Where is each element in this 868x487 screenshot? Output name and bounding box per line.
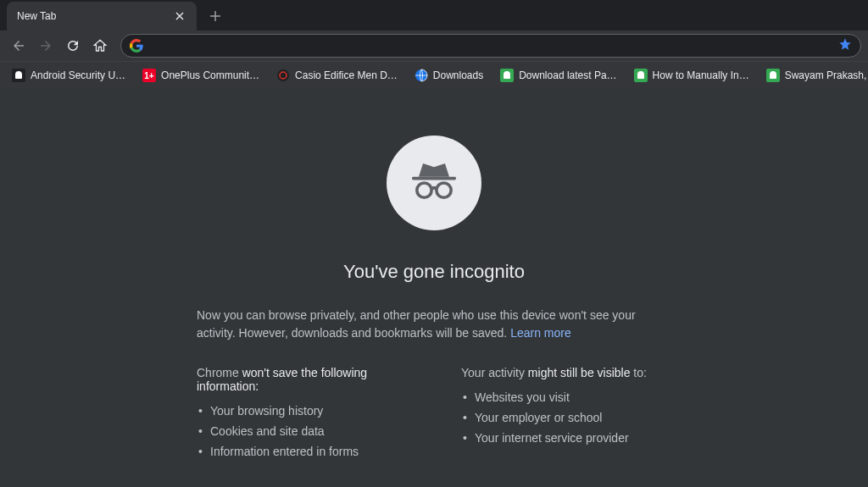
- bookmark-star-icon[interactable]: [838, 37, 852, 54]
- svg-point-12: [437, 183, 451, 197]
- bookmark-item[interactable]: Casio Edifice Men D…: [270, 65, 404, 86]
- reload-button[interactable]: [61, 34, 85, 58]
- bookmark-item[interactable]: How to Manually In…: [627, 65, 756, 86]
- toolbar: [0, 30, 868, 61]
- svg-point-11: [417, 183, 431, 197]
- learn-more-link[interactable]: Learn more: [510, 326, 571, 340]
- bookmark-label: Casio Edifice Men D…: [295, 69, 398, 81]
- omnibox[interactable]: [120, 34, 861, 58]
- bookmark-favicon-icon: [415, 69, 428, 82]
- forward-button[interactable]: [34, 34, 58, 58]
- bookmark-item[interactable]: Downloads: [408, 65, 490, 86]
- bookmark-label: Android Security U…: [31, 69, 125, 81]
- bookmark-favicon-icon: 1+: [142, 69, 156, 82]
- bookmark-label: Swayam Prakash, A…: [785, 69, 868, 81]
- bookmark-favicon-icon: [634, 69, 648, 82]
- incognito-icon: [387, 136, 481, 230]
- tab-new-tab[interactable]: New Tab: [7, 2, 197, 30]
- bookmarks-bar: Android Security U…1+OnePlus Communit…Ca…: [0, 61, 868, 88]
- svg-point-3: [277, 69, 289, 81]
- tab-strip: New Tab: [0, 0, 868, 30]
- incognito-content: You've gone incognito Now you can browse…: [0, 88, 868, 487]
- list-item: Your employer or school: [461, 408, 671, 429]
- column-header: Your activity might still be visible to:: [461, 366, 671, 379]
- new-tab-button[interactable]: [203, 4, 227, 28]
- address-input[interactable]: [150, 39, 838, 53]
- google-icon: [130, 39, 143, 53]
- close-icon[interactable]: [173, 9, 186, 23]
- visible-to-column: Your activity might still be visible to:…: [461, 366, 671, 462]
- list-item: Your browsing history: [197, 401, 407, 422]
- list-item: Websites you visit: [461, 388, 671, 408]
- bookmark-favicon-icon: [12, 69, 25, 82]
- list-item: Information entered in forms: [197, 442, 407, 462]
- list-item: Cookies and site data: [197, 422, 407, 442]
- tab-title: New Tab: [17, 10, 173, 22]
- bookmark-label: Download latest Pa…: [519, 69, 616, 81]
- list-item: Your internet service provider: [461, 429, 671, 449]
- bookmark-item[interactable]: Download latest Pa…: [493, 65, 623, 86]
- back-button[interactable]: [7, 34, 31, 58]
- info-columns: Chrome won't save the following informat…: [197, 366, 671, 462]
- bookmark-favicon-icon: [276, 69, 290, 82]
- bookmark-item[interactable]: Swayam Prakash, A…: [760, 65, 868, 86]
- bookmark-favicon-icon: [766, 69, 780, 82]
- home-button[interactable]: [88, 34, 112, 58]
- bookmark-item[interactable]: 1+OnePlus Communit…: [136, 65, 266, 86]
- column-header: Chrome won't save the following informat…: [197, 366, 407, 393]
- svg-text:1+: 1+: [144, 71, 154, 80]
- bookmark-favicon-icon: [500, 69, 514, 82]
- bookmark-label: How to Manually In…: [653, 69, 749, 81]
- bookmark-label: Downloads: [433, 69, 483, 81]
- svg-rect-10: [412, 177, 456, 180]
- bookmark-item[interactable]: Android Security U…: [5, 65, 132, 86]
- wont-save-column: Chrome won't save the following informat…: [197, 366, 407, 462]
- bookmark-label: OnePlus Communit…: [161, 69, 259, 81]
- page-heading: You've gone incognito: [343, 261, 525, 283]
- intro-text: Now you can browse privately, and other …: [197, 307, 671, 342]
